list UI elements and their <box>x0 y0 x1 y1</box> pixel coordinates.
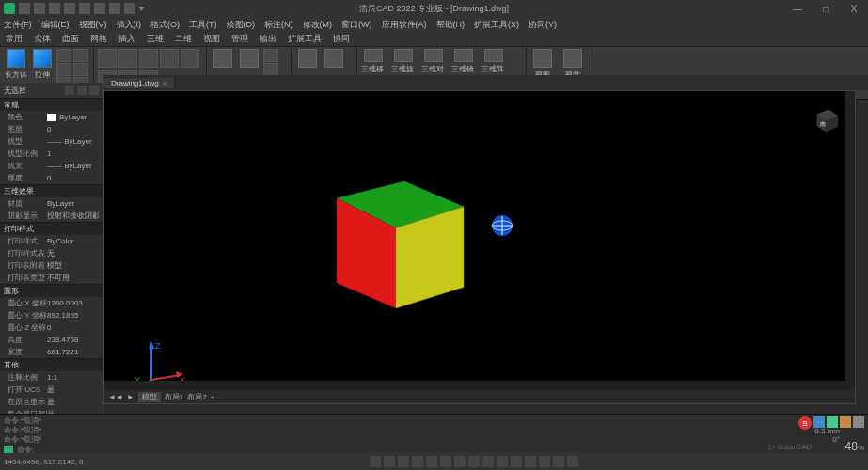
model-viewport[interactable]: Z X Y 南 ◄◄ ► 模型 布局1 布局2 + <box>103 90 856 404</box>
prop-thick-value[interactable]: 0 <box>47 174 103 182</box>
prop-material-value[interactable]: ByLayer <box>47 199 103 208</box>
qat-save-icon[interactable] <box>49 3 60 14</box>
prop-pstyle-value[interactable]: ByColor <box>47 237 103 245</box>
mesh-btn-5[interactable] <box>181 49 199 68</box>
vtab-layout2[interactable]: 布局2 <box>187 392 206 402</box>
osnap-toggle[interactable] <box>426 456 437 467</box>
snap-toggle[interactable] <box>370 456 381 467</box>
qat-redo-icon[interactable] <box>79 3 90 14</box>
menu-help[interactable]: 帮助(H) <box>436 19 466 31</box>
surf-sm-2[interactable] <box>263 63 278 76</box>
drawing-tab[interactable]: Drawing1.dwg × <box>103 78 175 88</box>
qp-toggle[interactable] <box>511 456 522 467</box>
grid-toggle[interactable] <box>384 456 395 467</box>
vtab-model[interactable]: 模型 <box>138 392 161 402</box>
ribtab-mesh[interactable]: 网格 <box>90 33 107 45</box>
qat-workspace-icon[interactable] <box>124 3 135 14</box>
box-button[interactable]: 长方体 <box>4 49 28 85</box>
more-toggle[interactable] <box>567 456 578 467</box>
ribtab-home[interactable]: 常用 <box>6 33 23 45</box>
props-filter-icon[interactable] <box>65 86 74 95</box>
solid-sm-1[interactable] <box>56 49 71 62</box>
prop-ptype-value[interactable]: 不可用 <box>47 273 103 283</box>
prop-lweight-value[interactable]: —— ByLayer <box>47 162 103 170</box>
solid-sm-2[interactable] <box>56 63 71 76</box>
menu-window[interactable]: 窗口(W) <box>341 19 372 31</box>
prop-ptable-value[interactable]: 无 <box>47 248 103 258</box>
minimize-button[interactable]: — <box>783 0 812 17</box>
prop-cy-value[interactable]: 892.1855 <box>47 311 103 320</box>
props-toggle-icon[interactable] <box>89 86 99 95</box>
lwt-toggle[interactable] <box>482 456 494 467</box>
prop-color-value[interactable]: ByLayer <box>59 113 103 121</box>
prop-origin-value[interactable]: 是 <box>47 397 103 407</box>
ducs-toggle[interactable] <box>454 456 466 467</box>
prop-layer-value[interactable]: 0 <box>47 125 103 133</box>
vtab-layout1[interactable]: 布局1 <box>165 392 183 402</box>
qat-print-icon[interactable] <box>94 3 105 14</box>
qat-open-icon[interactable] <box>34 3 45 14</box>
vtab-arrows-right[interactable]: ► <box>127 393 134 401</box>
menu-collab[interactable]: 协同(Y) <box>529 19 557 31</box>
qat-more-icon[interactable] <box>109 3 120 14</box>
status-misc-icon[interactable] <box>853 416 864 428</box>
ribtab-output[interactable]: 输出 <box>260 33 276 45</box>
menu-modify[interactable]: 修改(M) <box>303 19 333 31</box>
ribtab-collab[interactable]: 协同 <box>333 33 350 45</box>
sc-toggle[interactable] <box>525 456 536 467</box>
solid-sm-5[interactable] <box>73 63 88 76</box>
notification-badge[interactable]: S <box>798 416 812 430</box>
surf-sm-1[interactable] <box>263 49 278 62</box>
prop-ltype-value[interactable]: —— ByLayer <box>47 137 103 146</box>
prop-shadow-value[interactable]: 投射和接收阴影 <box>47 211 103 221</box>
vtab-arrows-left[interactable]: ◄◄ <box>108 393 123 401</box>
qat-dropdown-icon[interactable]: ▾ <box>139 3 150 14</box>
menu-ext[interactable]: 扩展工具(X) <box>474 19 519 31</box>
prop-ltscale-value[interactable]: 1 <box>47 149 103 158</box>
menu-tools[interactable]: 工具(T) <box>189 19 217 31</box>
prop-cz-value[interactable]: 0 <box>47 323 103 332</box>
ribtab-surface[interactable]: 曲面 <box>62 33 79 45</box>
close-tab-icon[interactable]: × <box>163 79 167 87</box>
menu-dimension[interactable]: 标注(N) <box>264 19 293 31</box>
prop-height-value[interactable]: 238.4768 <box>47 336 103 344</box>
close-button[interactable]: X <box>840 0 868 17</box>
ribtab-view[interactable]: 视图 <box>203 33 220 45</box>
vertical-scrollbar[interactable] <box>845 91 855 381</box>
ortho-toggle[interactable] <box>398 456 409 467</box>
maximize-button[interactable]: □ <box>812 0 840 17</box>
mesh-btn-4[interactable] <box>160 49 179 68</box>
prop-annoscale-value[interactable]: 1:1 <box>47 373 103 382</box>
otrack-toggle[interactable] <box>440 456 451 467</box>
ribtab-manage[interactable]: 管理 <box>231 33 248 45</box>
menu-edit[interactable]: 编辑(E) <box>41 19 70 31</box>
vtab-add[interactable]: + <box>211 393 215 401</box>
menu-file[interactable]: 文件(F) <box>4 19 32 31</box>
menu-insert[interactable]: 插入(I) <box>117 19 142 31</box>
ribtab-solid[interactable]: 实体 <box>34 33 51 45</box>
props-pick-icon[interactable] <box>77 86 87 95</box>
ws-toggle[interactable] <box>553 456 564 467</box>
prop-cx-value[interactable]: 1260.0003 <box>47 299 103 307</box>
prop-width-value[interactable]: 661.7221 <box>47 348 103 356</box>
prop-ucs-value[interactable]: 是 <box>47 384 103 395</box>
qat-undo-icon[interactable] <box>64 3 75 14</box>
anno-toggle[interactable] <box>539 456 550 467</box>
mesh-btn-3[interactable] <box>139 49 158 68</box>
status-rec-icon[interactable] <box>840 416 851 428</box>
qat-new-icon[interactable] <box>19 3 30 14</box>
horizontal-scrollbar[interactable] <box>104 381 855 390</box>
tpy-toggle[interactable] <box>497 456 508 467</box>
mesh-btn-1[interactable] <box>98 49 117 68</box>
polar-toggle[interactable] <box>412 456 423 467</box>
ribtab-insert[interactable]: 插入 <box>118 33 135 45</box>
menu-draw[interactable]: 绘图(D) <box>227 19 256 31</box>
dyn-toggle[interactable] <box>468 456 480 467</box>
ribtab-ext[interactable]: 扩展工具 <box>288 33 322 45</box>
ribtab-2d[interactable]: 二维 <box>175 33 192 45</box>
view-cube[interactable]: 南 <box>808 101 845 138</box>
extrude-button[interactable]: 拉伸 <box>30 49 55 85</box>
mesh-btn-2[interactable] <box>118 49 137 68</box>
menu-format[interactable]: 格式(O) <box>150 19 180 31</box>
prop-pattach-value[interactable]: 模型 <box>47 260 103 271</box>
